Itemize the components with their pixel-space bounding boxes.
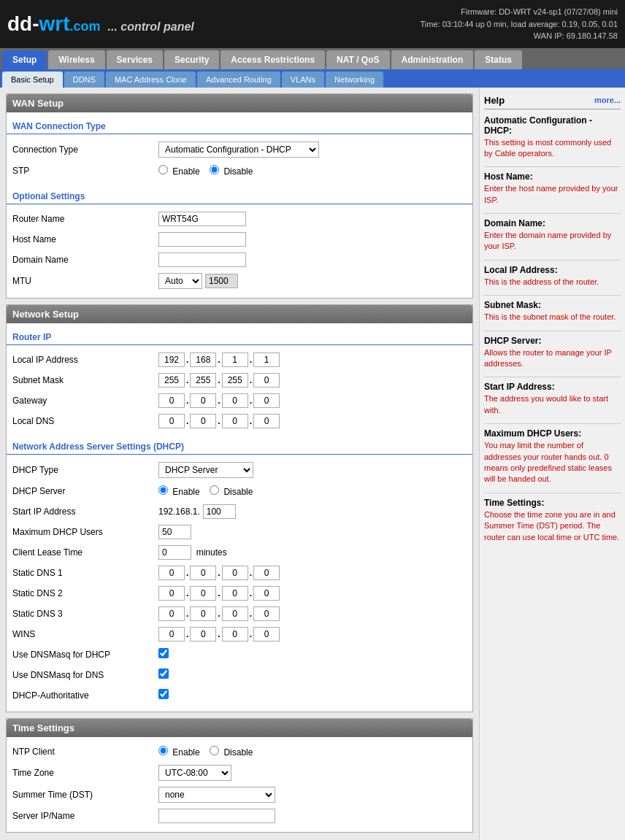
- help-more-link[interactable]: more...: [594, 96, 621, 104]
- tab-wireless[interactable]: Wireless: [48, 50, 104, 69]
- domain-name-input[interactable]: [158, 253, 246, 267]
- local-ip-1[interactable]: [158, 352, 185, 367]
- gateway-3[interactable]: [222, 393, 248, 408]
- static-dns3-group: . . .: [158, 606, 467, 621]
- ip-dot-9: .: [250, 396, 252, 406]
- stp-label: STP: [12, 166, 158, 176]
- local-dns-3[interactable]: [222, 414, 248, 428]
- local-ip-2[interactable]: [190, 352, 216, 367]
- subnet-3[interactable]: [222, 373, 248, 388]
- help-item-1: Host Name: Enter the host name provided …: [484, 172, 621, 206]
- sdns3-4[interactable]: [253, 606, 280, 621]
- tab-access-restrictions[interactable]: Access Restrictions: [221, 50, 325, 69]
- dhcp-authoritative-checkbox[interactable]: [158, 689, 169, 699]
- subnet-4[interactable]: [253, 373, 280, 388]
- start-ip-control: 192.168.1.: [158, 504, 467, 519]
- subnet-mask-group: . . .: [158, 373, 467, 388]
- connection-type-row: Connection Type Automatic Configuration …: [7, 139, 472, 161]
- sdns3-1[interactable]: [158, 606, 185, 621]
- summer-time-select[interactable]: none USA European Australian: [158, 787, 275, 803]
- subnet-1[interactable]: [158, 373, 185, 388]
- sdns3-3[interactable]: [222, 606, 248, 621]
- local-ip-3[interactable]: [222, 352, 248, 367]
- max-dhcp-row: Maximum DHCP Users: [7, 522, 472, 542]
- help-item-5: DHCP Server: Allows the router to manage…: [484, 336, 621, 370]
- dnsmasq-dns-control: [158, 668, 467, 681]
- ip-dot-8: .: [218, 396, 220, 406]
- tab-nat-qos[interactable]: NAT / QoS: [326, 50, 389, 69]
- logo-com: .com: [70, 19, 101, 34]
- local-ip-row: Local IP Address . . .: [7, 350, 472, 370]
- help-item-7-title: Maximum DHCP Users:: [484, 428, 621, 439]
- help-item-7: Maximum DHCP Users: You may limit the nu…: [484, 428, 621, 485]
- tab-status[interactable]: Status: [475, 50, 522, 69]
- tab-security[interactable]: Security: [164, 50, 219, 69]
- client-lease-input[interactable]: [158, 545, 191, 560]
- tab-administration[interactable]: Administration: [391, 50, 474, 69]
- sdns2-4[interactable]: [253, 586, 280, 601]
- local-ip-4[interactable]: [253, 352, 280, 367]
- connection-type-select[interactable]: Automatic Configuration - DHCP Static IP…: [158, 142, 319, 158]
- sdns1-4[interactable]: [253, 566, 280, 580]
- sdns2-2[interactable]: [190, 586, 216, 601]
- dhcp-disable-radio[interactable]: [210, 485, 219, 495]
- local-dns-4[interactable]: [253, 414, 280, 428]
- tab-setup[interactable]: Setup: [2, 50, 47, 69]
- timezone-select[interactable]: UTC-12:00 UTC-11:00 UTC-10:00 UTC-09:00 …: [158, 765, 231, 781]
- subtab-networking[interactable]: Networking: [326, 72, 383, 88]
- sdns1-1[interactable]: [158, 566, 185, 580]
- wins-4[interactable]: [253, 627, 280, 641]
- dnsmasq-dhcp-checkbox[interactable]: [158, 648, 169, 658]
- ntp-enable-radio[interactable]: [158, 746, 168, 755]
- client-lease-unit: minutes: [196, 547, 227, 558]
- connection-type-control: Automatic Configuration - DHCP Static IP…: [158, 142, 467, 158]
- help-divider-4: [484, 331, 621, 331]
- subtab-mac-address-clone[interactable]: MAC Address Clone: [106, 72, 196, 88]
- wins-1[interactable]: [158, 627, 185, 641]
- network-setup-section: Network Setup Router IP Local IP Address…: [6, 304, 473, 712]
- server-ip-label: Server IP/Name: [12, 811, 158, 821]
- sdns3-2[interactable]: [190, 606, 216, 621]
- mtu-mode-select[interactable]: Auto Manual: [158, 273, 202, 289]
- dnsmasq-dns-checkbox[interactable]: [158, 668, 169, 679]
- summer-time-control: none USA European Australian: [158, 787, 467, 803]
- local-ip-label: Local IP Address: [12, 355, 158, 365]
- sdns1-3[interactable]: [222, 566, 248, 580]
- wins-3[interactable]: [222, 627, 248, 641]
- tab-services[interactable]: Services: [107, 50, 163, 69]
- max-dhcp-input[interactable]: [158, 525, 191, 539]
- local-dns-2[interactable]: [190, 414, 216, 428]
- subnet-2[interactable]: [190, 373, 216, 388]
- router-name-input[interactable]: [158, 212, 246, 226]
- help-item-6-text: The address you would like to start with…: [484, 393, 621, 416]
- wins-2[interactable]: [190, 627, 216, 641]
- router-name-label: Router Name: [12, 214, 158, 224]
- sdns2-1[interactable]: [158, 586, 185, 601]
- logo-dd: dd-: [7, 12, 39, 35]
- client-lease-row: Client Lease Time minutes: [7, 542, 472, 563]
- network-setup-header: Network Setup: [7, 305, 472, 323]
- content-wrapper: WAN Setup WAN Connection Type Connection…: [0, 88, 625, 841]
- static-dns3-row: Static DNS 3 . . .: [7, 604, 472, 624]
- subtab-basic-setup[interactable]: Basic Setup: [2, 72, 63, 88]
- sdns2-3[interactable]: [222, 586, 248, 601]
- ntp-disable-radio[interactable]: [210, 746, 219, 755]
- sdns1-2[interactable]: [190, 566, 216, 580]
- subtab-advanced-routing[interactable]: Advanced Routing: [197, 72, 280, 88]
- mtu-value-input[interactable]: [205, 274, 238, 288]
- host-name-input[interactable]: [158, 232, 246, 247]
- help-item-3-text: This is the address of the router.: [484, 277, 621, 288]
- gateway-2[interactable]: [190, 393, 216, 408]
- help-item-0: Automatic Configuration - DHCP: This set…: [484, 115, 621, 160]
- stp-disable-radio[interactable]: [210, 165, 219, 174]
- subtab-vlans[interactable]: VLANs: [282, 72, 324, 88]
- local-dns-1[interactable]: [158, 414, 185, 428]
- subtab-ddns[interactable]: DDNS: [64, 72, 104, 88]
- server-ip-input[interactable]: [158, 809, 275, 823]
- dhcp-type-select[interactable]: DHCP Server DHCP Forwarder Disabled: [158, 462, 253, 478]
- dhcp-enable-radio[interactable]: [158, 485, 168, 495]
- start-ip-last-input[interactable]: [203, 504, 236, 519]
- gateway-1[interactable]: [158, 393, 185, 408]
- gateway-4[interactable]: [253, 393, 280, 408]
- stp-enable-radio[interactable]: [158, 165, 168, 174]
